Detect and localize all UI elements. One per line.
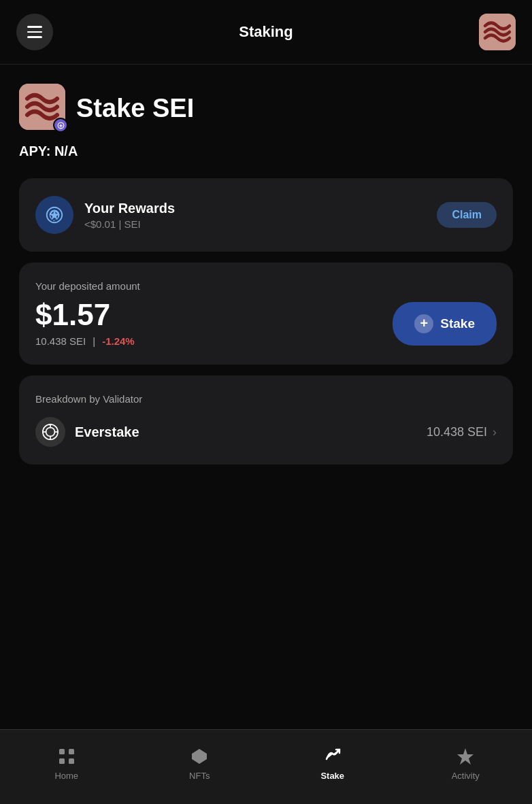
avatar[interactable]	[479, 14, 516, 50]
app-header: Staking	[0, 0, 532, 65]
chevron-right-icon: ›	[493, 425, 497, 439]
menu-button[interactable]	[16, 14, 53, 50]
validator-card: Breakdown by Validator Everstake 10.438	[19, 375, 513, 465]
svg-marker-13	[457, 748, 473, 765]
rewards-row: Your Rewards <$0.01 | SEI Claim	[35, 196, 497, 234]
deposited-label: Your deposited amount	[35, 280, 497, 292]
rewards-subtitle: <$0.01 | SEI	[84, 218, 175, 230]
deposited-change: -1.24%	[102, 335, 135, 347]
validator-section-label: Breakdown by Validator	[35, 393, 497, 405]
separator: |	[93, 335, 95, 347]
rewards-left: Your Rewards <$0.01 | SEI	[35, 196, 175, 234]
home-icon	[56, 746, 77, 767]
stake-nav-label: Stake	[320, 771, 344, 781]
nav-item-activity[interactable]: Activity	[438, 746, 493, 781]
validator-row[interactable]: Everstake 10.438 SEI ›	[35, 417, 497, 447]
validator-sei-amount: 10.438 SEI	[427, 425, 487, 439]
svg-rect-10	[59, 758, 65, 764]
stake-icon	[322, 746, 343, 767]
nfts-icon	[189, 746, 210, 767]
rewards-card: Your Rewards <$0.01 | SEI Claim	[19, 178, 513, 252]
apy-value: N/A	[54, 144, 78, 158]
validator-name: Everstake	[75, 424, 139, 440]
deposited-amount: $1.57	[35, 300, 135, 330]
svg-rect-9	[59, 749, 65, 754]
activity-nav-label: Activity	[452, 771, 480, 781]
apy-label-text: APY:	[19, 144, 50, 158]
main-content: Stake SEI APY: N/A Your Rewards <$0.01 |…	[0, 65, 532, 571]
svg-point-4	[46, 428, 55, 437]
nav-item-nfts[interactable]: NFTs	[172, 746, 227, 781]
nfts-nav-label: NFTs	[189, 771, 210, 781]
token-icon-wrapper	[19, 84, 68, 133]
validator-icon	[35, 417, 65, 447]
rewards-icon	[35, 196, 73, 234]
bottom-navigation: Home NFTs Stake Activity	[0, 729, 532, 804]
svg-rect-12	[69, 758, 74, 764]
home-nav-label: Home	[54, 771, 78, 781]
nav-item-stake[interactable]: Stake	[305, 746, 360, 781]
activity-icon	[455, 746, 476, 767]
deposited-sei: 10.438 SEI	[35, 335, 86, 347]
claim-button[interactable]: Claim	[437, 202, 497, 228]
validator-amount: 10.438 SEI ›	[427, 425, 497, 439]
deposited-info: $1.57 10.438 SEI | -1.24%	[35, 300, 135, 347]
stake-plus-icon: +	[414, 314, 433, 333]
stake-button[interactable]: + Stake	[393, 302, 497, 346]
page-title: Staking	[239, 23, 293, 41]
svg-rect-11	[69, 749, 74, 754]
apy-display: APY: N/A	[19, 144, 513, 159]
stake-button-label: Stake	[440, 316, 475, 331]
rewards-title: Your Rewards	[84, 201, 175, 216]
deposited-card: Your deposited amount $1.57 10.438 SEI |…	[19, 263, 513, 365]
token-name: Stake SEI	[76, 94, 194, 123]
deposited-sub: 10.438 SEI | -1.24%	[35, 335, 135, 347]
token-header: Stake SEI	[19, 84, 513, 133]
validator-left: Everstake	[35, 417, 139, 447]
token-badge	[53, 118, 68, 133]
deposited-row: $1.57 10.438 SEI | -1.24% + Stake	[35, 300, 497, 347]
rewards-info: Your Rewards <$0.01 | SEI	[84, 201, 175, 230]
nav-item-home[interactable]: Home	[39, 746, 94, 781]
